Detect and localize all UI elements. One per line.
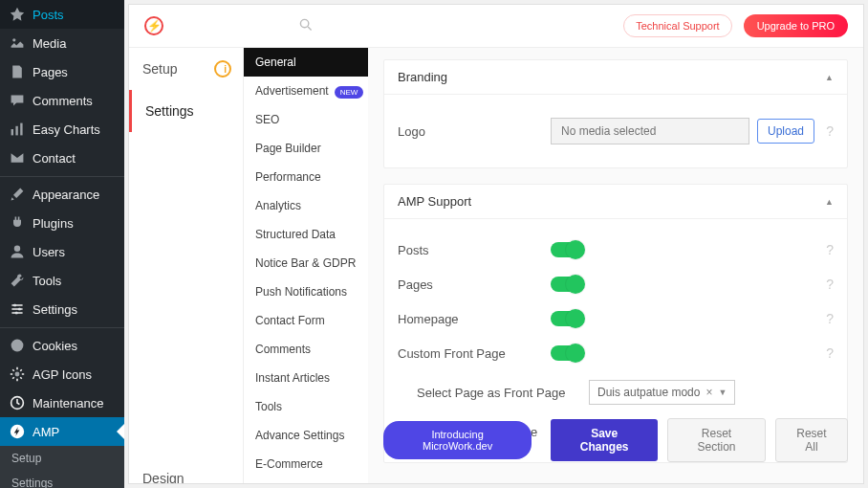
svg-rect-2 [15, 126, 17, 136]
toggle-row-homepage: Homepage ? [398, 301, 834, 336]
sidebar-item-agp-icons[interactable]: AGP Icons [0, 360, 124, 388]
menu-general[interactable]: General [244, 48, 368, 77]
sidebar-item-users[interactable]: Users [0, 237, 124, 266]
clear-select-icon[interactable]: × [705, 386, 712, 399]
chevron-down-icon: ▼ [718, 388, 727, 397]
menu-advertisement[interactable]: AdvertisementNEW [244, 77, 368, 105]
clock-icon [10, 395, 25, 410]
svg-rect-1 [11, 129, 13, 135]
submenu-setup[interactable]: Setup [0, 446, 124, 471]
menu-instant-articles[interactable]: Instant Articles [244, 364, 368, 392]
menu-comments[interactable]: Comments [244, 335, 368, 364]
gear-icon [10, 366, 25, 382]
wp-admin-sidebar: Posts Media Pages Comments Easy Charts C… [0, 0, 124, 488]
svg-rect-3 [20, 123, 22, 136]
tab-settings[interactable]: Settings [129, 90, 243, 132]
help-icon[interactable]: ? [814, 123, 834, 139]
branding-header[interactable]: Branding ▲ [384, 60, 847, 95]
tabs-column: Setup Settings Design [129, 48, 244, 483]
submenu-settings[interactable]: Settings [0, 471, 124, 488]
technical-support-button[interactable]: Technical Support [623, 14, 731, 37]
search-icon[interactable] [299, 18, 313, 34]
help-icon[interactable]: ? [814, 277, 834, 292]
topbar: ⚡ Technical Support Upgrade to PRO [129, 5, 863, 48]
cookie-icon [10, 338, 25, 353]
tab-setup[interactable]: Setup [129, 48, 243, 90]
svg-point-8 [11, 340, 24, 352]
comment-icon [10, 93, 25, 108]
toggle-row-posts: Posts ? [398, 233, 834, 267]
content: Setup Settings Design General Advertisem… [129, 48, 863, 483]
svg-point-5 [13, 303, 16, 306]
plug-icon [10, 215, 25, 231]
collapse-icon: ▲ [825, 197, 834, 207]
svg-point-12 [300, 19, 308, 27]
intro-microwork-button[interactable]: Introducing MicroWork.dev [383, 421, 532, 459]
posts-toggle[interactable] [551, 242, 583, 257]
sidebar-item-plugins[interactable]: Plugins [0, 209, 124, 237]
save-changes-button[interactable]: Save Changes [551, 419, 658, 461]
pin-icon [10, 7, 25, 22]
menu-seo[interactable]: SEO [244, 105, 368, 134]
menu-ecommerce[interactable]: E-Commerce [244, 450, 368, 478]
svg-point-0 [12, 38, 15, 41]
sidebar-item-amp[interactable]: AMP [0, 417, 124, 446]
menu-page-builder[interactable]: Page Builder [244, 134, 368, 163]
sidebar-item-easycharts[interactable]: Easy Charts [0, 115, 124, 144]
user-icon [10, 244, 25, 259]
svg-point-4 [14, 246, 20, 252]
logo-media-input[interactable] [551, 118, 749, 144]
help-icon[interactable]: ? [814, 242, 834, 257]
upgrade-pro-button[interactable]: Upgrade to PRO [744, 14, 848, 37]
front-page-select[interactable]: Duis autpatue modo × ▼ [589, 380, 735, 405]
tab-design[interactable]: Design [129, 457, 243, 483]
toggle-row-custom-front: Custom Front Page ? [398, 336, 834, 370]
main-panel: ⚡ Technical Support Upgrade to PRO Setup… [128, 4, 864, 484]
media-icon [10, 35, 25, 51]
menu-notice-bar[interactable]: Notice Bar & GDPR [244, 249, 368, 277]
menu-performance[interactable]: Performance [244, 163, 368, 191]
footer-actions: Introducing MicroWork.dev Save Changes R… [383, 409, 848, 472]
sidebar-item-contact[interactable]: Contact [0, 144, 124, 172]
sidebar-item-maintenance[interactable]: Maintenance [0, 388, 124, 417]
brush-icon [10, 187, 25, 202]
branding-panel: Branding ▲ Logo Upload ? [383, 59, 848, 168]
sidebar-item-cookies[interactable]: Cookies [0, 327, 124, 360]
homepage-toggle[interactable] [551, 311, 583, 326]
reset-section-button[interactable]: Reset Section [667, 418, 766, 462]
new-badge: NEW [335, 86, 364, 99]
settings-body: Branding ▲ Logo Upload ? [368, 48, 863, 483]
sidebar-item-media[interactable]: Media [0, 29, 124, 57]
pages-toggle[interactable] [551, 277, 583, 292]
amp-brand-icon: ⚡ [144, 16, 163, 35]
menu-structured-data[interactable]: Structured Data [244, 220, 368, 249]
logo-label: Logo [398, 124, 551, 139]
reset-all-button[interactable]: Reset All [775, 418, 848, 462]
menu-translation-panel[interactable]: Translation Panel [244, 478, 368, 483]
menu-contact-form[interactable]: Contact Form [244, 306, 368, 335]
menu-push-notifications[interactable]: Push Notifications [244, 277, 368, 306]
menu-advance-settings[interactable]: Advance Settings [244, 421, 368, 450]
svg-point-9 [15, 372, 20, 377]
menu-tools[interactable]: Tools [244, 392, 368, 421]
sidebar-item-posts[interactable]: Posts [0, 0, 124, 29]
sidebar-item-comments[interactable]: Comments [0, 86, 124, 115]
svg-point-6 [18, 307, 21, 310]
custom-front-toggle[interactable] [551, 345, 583, 361]
sidebar-item-tools[interactable]: Tools [0, 266, 124, 295]
amp-submenu: Setup Settings Design Extensions Upgrade… [0, 446, 124, 488]
menu-analytics[interactable]: Analytics [244, 191, 368, 220]
mail-icon [10, 150, 25, 166]
sidebar-item-settings[interactable]: Settings [0, 295, 124, 323]
help-icon[interactable]: ? [814, 311, 834, 326]
upload-button[interactable]: Upload [757, 119, 814, 144]
page-icon [10, 64, 25, 79]
sidebar-item-pages[interactable]: Pages [0, 57, 124, 86]
sliders-icon [10, 301, 25, 317]
settings-menu: General AdvertisementNEW SEO Page Builde… [244, 48, 368, 483]
sidebar-item-appearance[interactable]: Appearance [0, 176, 124, 209]
help-icon[interactable]: ? [814, 345, 834, 361]
svg-point-7 [15, 311, 18, 314]
app-root: Posts Media Pages Comments Easy Charts C… [0, 0, 868, 488]
amp-support-header[interactable]: AMP Support ▲ [384, 185, 847, 219]
